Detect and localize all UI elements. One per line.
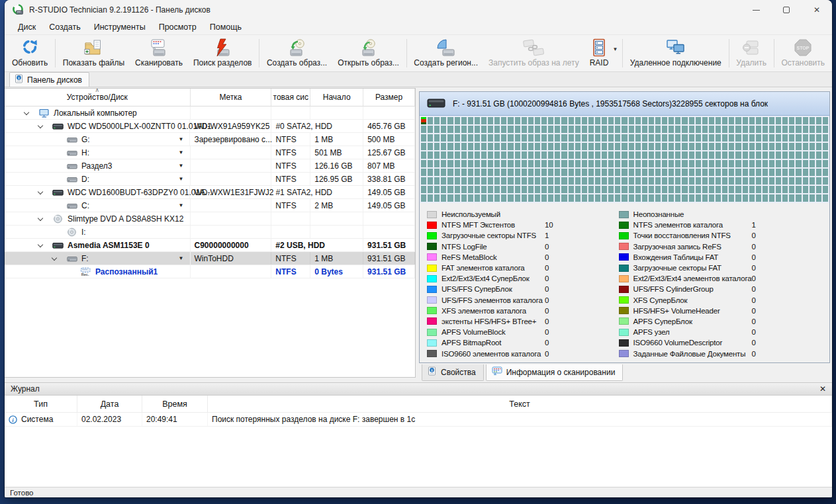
row-dropdown-icon[interactable]: ▼	[179, 202, 184, 208]
log-column-header-3[interactable]: Текст	[208, 396, 832, 412]
row-dropdown-icon[interactable]: ▼	[178, 136, 183, 142]
refresh-icon	[20, 37, 40, 57]
column-header-0[interactable]: ∧Устройство/Диск	[5, 89, 191, 106]
scan-block	[803, 186, 808, 193]
scan-block	[468, 160, 473, 167]
scan-block	[561, 143, 567, 150]
toolbar-button-remote-connection[interactable]: Удаленное подключение	[625, 36, 727, 71]
scan-block	[608, 143, 614, 150]
device-row-Slimtype-DVD-A-DS8A8SH-KX12[interactable]: Slimtype DVD A DS8A8SH KX12	[5, 212, 415, 226]
expander-chevron-icon[interactable]	[38, 189, 43, 194]
row-dropdown-icon[interactable]: ▼	[179, 163, 184, 169]
scan-block	[441, 160, 446, 167]
scan-block	[608, 160, 614, 167]
row-dropdown-icon[interactable]: ▼	[179, 176, 184, 182]
scan-block	[662, 169, 667, 176]
column-header-4[interactable]: Размер	[363, 89, 415, 106]
device-row-C:[interactable]: C:▼NTFS2 MB149.05 GB	[5, 199, 415, 212]
device-name: D:	[81, 175, 89, 184]
scan-block	[669, 143, 674, 150]
expander-chevron-icon[interactable]	[24, 110, 29, 115]
menu-item-1[interactable]: Создать	[42, 21, 87, 33]
column-header-2[interactable]: товая сис	[271, 89, 310, 106]
dropdown-arrow-icon[interactable]: ▼	[612, 46, 618, 52]
scan-block	[743, 160, 748, 167]
device-row-I:[interactable]: I:	[5, 226, 415, 239]
menu-item-0[interactable]: Диск	[11, 21, 42, 33]
cell-label	[191, 146, 272, 159]
device-row-G:[interactable]: G:▼Зарезервировано с...NTFS1 MB500 MB	[5, 133, 415, 146]
toolbar-button-stop[interactable]: STOPОстановить	[776, 36, 831, 71]
toolbar-button-mount-image[interactable]: Запустить образ на лету	[483, 36, 584, 71]
scan-block	[608, 134, 614, 142]
scan-block	[468, 194, 473, 202]
expander-chevron-icon[interactable]	[52, 255, 57, 261]
scan-block	[810, 143, 815, 150]
legend-item-right-13: Заданные Файловые Документы0	[619, 348, 829, 358]
scan-block	[782, 134, 788, 142]
device-row-Локальный-компьютер[interactable]: Локальный компьютер	[5, 106, 415, 120]
cell-filesystem: NTFS	[271, 252, 310, 265]
tab-disks-panel[interactable]: i Панель дисков	[9, 72, 89, 87]
scan-block	[749, 177, 755, 185]
log-column-header-2[interactable]: Время	[142, 396, 208, 412]
device-row-WDC-WD1600BUDT-63DPZY0-01-01A-[interactable]: WDC WD1600BUDT-63DPZY0 01.01A...WD-WXW1E…	[5, 186, 415, 199]
scan-block	[689, 160, 694, 167]
scan-block	[675, 151, 680, 159]
scan-block	[501, 151, 506, 159]
log-column-header-0[interactable]: Тип	[5, 396, 77, 412]
toolbar-button-find-partitions[interactable]: Поиск разделов	[188, 36, 257, 71]
scan-block	[475, 126, 480, 133]
menu-item-2[interactable]: Инструменты	[87, 21, 152, 33]
scan-tab-properties[interactable]: iСвойства	[422, 364, 484, 381]
scan-block	[763, 126, 768, 133]
scan-header-text: F: - 931.51 GB (1000200994816 Bytes , 19…	[453, 99, 768, 108]
toolbar-button-raid[interactable]: RAID▼	[584, 36, 621, 71]
toolbar-button-create-region[interactable]: Создать регион...	[408, 36, 483, 71]
toolbar-button-scan[interactable]: Сканировать	[130, 36, 188, 71]
scan-block	[595, 126, 600, 133]
scan-block	[716, 177, 721, 185]
toolbar-button-show-files[interactable]: Показать файлы	[58, 36, 130, 71]
expander-chevron-icon[interactable]	[38, 216, 43, 221]
device-row-H:[interactable]: H:▼NTFS501 MB125.67 GB	[5, 146, 415, 159]
scan-block	[522, 151, 527, 159]
maximize-button[interactable]	[771, 0, 802, 20]
scan-block	[635, 186, 641, 193]
cell-label	[191, 199, 272, 212]
toolbar-button-create-image[interactable]: Создать образ...	[261, 36, 332, 71]
scan-block	[481, 194, 487, 202]
scan-block	[488, 177, 493, 185]
log-column-header-1[interactable]: Дата	[77, 396, 142, 412]
scan-tab-scan-info[interactable]: Информация о сканировании	[486, 364, 624, 381]
device-row-D:[interactable]: D:▼NTFS126.95 GB338.81 GB	[5, 173, 415, 186]
column-header-1[interactable]: Метка	[191, 89, 272, 106]
device-row-F:[interactable]: F:▼WinToHDDNTFS1 MB931.51 GB	[5, 252, 415, 265]
device-row-Раздел3[interactable]: Раздел3▼NTFS126.16 GB807 MB	[5, 159, 415, 173]
scan-block	[575, 151, 581, 159]
device-row-Распознанный1[interactable]: Rec.Распознанный1NTFS0 Bytes931.51 GB	[5, 265, 415, 278]
minimize-button[interactable]	[741, 0, 771, 20]
log-row[interactable]: iСистема02.02.202320:49:41Поиск потерянн…	[5, 413, 832, 427]
device-table-header: ∧Устройство/ДискМеткатовая сисНачалоРазм…	[5, 89, 415, 106]
menu-item-4[interactable]: Помощь	[203, 21, 248, 33]
menu-item-3[interactable]: Просмотр	[152, 21, 203, 33]
row-dropdown-icon[interactable]: ▼	[179, 149, 184, 155]
scan-block	[769, 134, 774, 142]
toolbar-button-delete[interactable]: Удалить	[731, 36, 772, 71]
toolbar-button-open-image[interactable]: Открыть образ...	[332, 36, 404, 71]
close-button[interactable]: ✕	[802, 0, 832, 20]
column-header-3[interactable]: Начало	[310, 89, 363, 106]
row-dropdown-icon[interactable]: ▼	[179, 255, 184, 261]
scan-block	[461, 117, 467, 124]
scan-block	[455, 186, 460, 193]
expander-chevron-icon[interactable]	[38, 242, 43, 247]
log-close-button[interactable]: ✕	[819, 385, 826, 393]
scan-block	[447, 151, 453, 159]
device-row-Asmedia-ASM1153E-0[interactable]: Asmedia ASM1153E 0C90000000000#2 USB, HD…	[5, 239, 415, 252]
expander-chevron-icon[interactable]	[38, 123, 43, 128]
scan-header-bar: F: - 931.51 GB (1000200994816 Bytes , 19…	[420, 92, 829, 116]
device-row-WDC-WD5000LPLX-00ZNTT0-01-01A01[interactable]: WDC WD5000LPLX-00ZNTT0 01.01A01WD-WX91A9…	[5, 120, 415, 133]
toolbar-button-refresh[interactable]: Обновить	[7, 36, 53, 71]
device-name: C:	[81, 201, 89, 210]
